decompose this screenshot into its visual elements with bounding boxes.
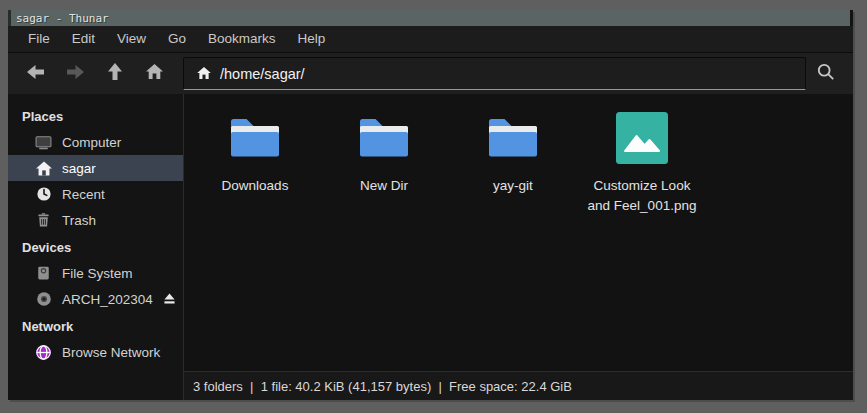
file-item-customize-look-png[interactable]: Customize Look and Feel_001.png xyxy=(584,110,700,217)
home-button[interactable] xyxy=(135,57,175,91)
sidebar-item-computer[interactable]: Computer xyxy=(8,129,183,155)
sidebar-item-sagar[interactable]: sagar xyxy=(8,155,183,181)
menubar: File Edit View Go Bookmarks Help xyxy=(8,26,853,52)
folder-icon xyxy=(485,110,541,165)
titlebar-notch xyxy=(8,10,11,26)
forward-icon xyxy=(67,65,84,83)
window-body: Places Computer xyxy=(8,94,853,400)
sidebar-item-arch-202304[interactable]: ARCH_202304 xyxy=(8,286,183,312)
computer-icon xyxy=(35,134,52,151)
disc-icon xyxy=(35,291,52,308)
file-view[interactable]: Downloads New Dir xyxy=(184,94,853,371)
file-label: Downloads xyxy=(222,176,289,196)
folder-icon xyxy=(227,110,283,165)
eject-button[interactable] xyxy=(163,290,176,308)
sidebar-item-label: Recent xyxy=(62,187,105,202)
sidebar-item-label: sagar xyxy=(62,161,96,176)
path-home-icon xyxy=(197,66,211,82)
menu-bookmarks[interactable]: Bookmarks xyxy=(197,26,287,52)
home-icon xyxy=(146,64,163,83)
sidebar-item-label: ARCH_202304 xyxy=(62,292,153,307)
toolbar: /home/sagar/ xyxy=(8,52,853,94)
file-label: New Dir xyxy=(360,176,408,196)
sidebar-item-label: Trash xyxy=(62,213,96,228)
desktop: sagar - Thunar File Edit View Go Bookmar… xyxy=(0,0,867,413)
back-icon xyxy=(27,65,44,83)
folder-icon xyxy=(356,110,412,165)
forward-button[interactable] xyxy=(56,57,96,91)
up-button[interactable] xyxy=(95,57,135,91)
menu-edit[interactable]: Edit xyxy=(61,26,106,52)
sidebar-item-recent[interactable]: Recent xyxy=(8,181,183,207)
menu-file[interactable]: File xyxy=(17,26,61,52)
file-grid: Downloads New Dir xyxy=(197,110,853,217)
sidebar-item-trash[interactable]: Trash xyxy=(8,207,183,233)
sidebar-item-label: Computer xyxy=(62,135,121,150)
image-file-icon xyxy=(616,110,668,165)
sidebar-header-places: Places xyxy=(8,102,183,129)
sidebar-item-label: Browse Network xyxy=(62,345,160,360)
globe-icon xyxy=(35,344,52,361)
titlebar[interactable]: sagar - Thunar xyxy=(8,10,850,26)
window-title: sagar - Thunar xyxy=(16,12,109,25)
search-button[interactable] xyxy=(806,57,847,91)
up-icon xyxy=(108,63,122,84)
menu-view[interactable]: View xyxy=(106,26,157,52)
clock-icon xyxy=(35,186,52,203)
statusbar-text: 3 folders | 1 file: 40.2 KiB (41,157 byt… xyxy=(193,379,572,394)
path-text: /home/sagar/ xyxy=(220,66,305,82)
trash-icon xyxy=(35,212,52,229)
main-column: Downloads New Dir xyxy=(184,94,853,400)
file-item-yay-git[interactable]: yay-git xyxy=(455,110,571,196)
home-icon xyxy=(35,160,52,177)
sidebar-item-file-system[interactable]: File System xyxy=(8,260,183,286)
back-button[interactable] xyxy=(16,57,56,91)
sidebar-item-browse-network[interactable]: Browse Network xyxy=(8,339,183,365)
file-item-new-dir[interactable]: New Dir xyxy=(326,110,442,196)
drive-icon xyxy=(35,265,52,282)
sidebar-header-network: Network xyxy=(8,312,183,339)
path-bar[interactable]: /home/sagar/ xyxy=(183,57,806,90)
menu-help[interactable]: Help xyxy=(287,26,337,52)
menu-go[interactable]: Go xyxy=(157,26,197,52)
file-item-downloads[interactable]: Downloads xyxy=(197,110,313,196)
file-label: Customize Look and Feel_001.png xyxy=(584,176,700,217)
thunar-window: sagar - Thunar File Edit View Go Bookmar… xyxy=(8,10,853,400)
search-icon xyxy=(817,63,835,85)
sidebar-item-label: File System xyxy=(62,266,133,281)
sidebar-header-devices: Devices xyxy=(8,233,183,260)
file-label: yay-git xyxy=(493,176,533,196)
statusbar: 3 folders | 1 file: 40.2 KiB (41,157 byt… xyxy=(184,371,853,400)
sidebar: Places Computer xyxy=(8,94,184,400)
